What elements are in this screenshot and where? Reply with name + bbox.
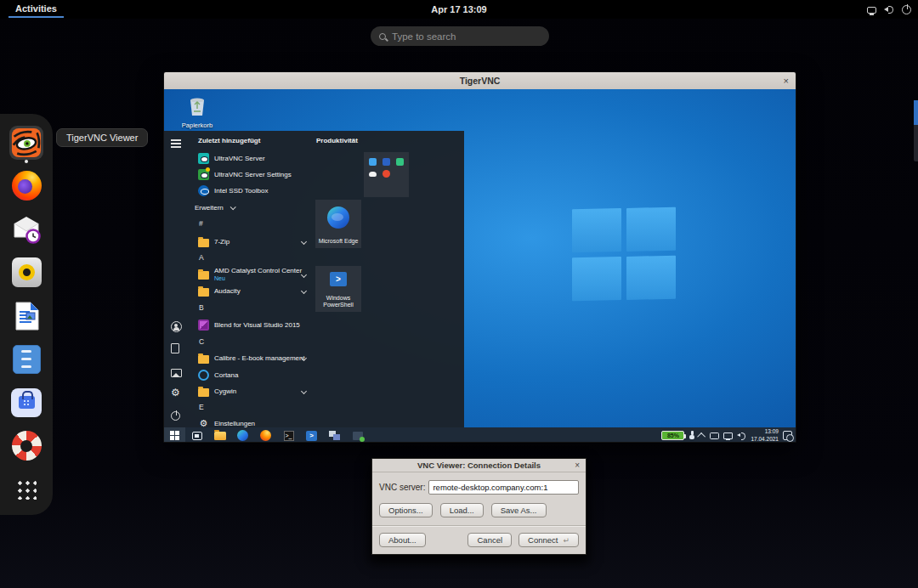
about-button[interactable]: About...	[379, 533, 426, 547]
start-menu-item-cygwin[interactable]: Cygwin	[190, 384, 314, 399]
gnome-top-bar: Activities Apr 17 13:09	[0, 0, 918, 19]
vnc-server-taskbar-button[interactable]	[346, 427, 369, 443]
dock-item-tigervnc[interactable]	[8, 121, 45, 164]
firefox-taskbar-button[interactable]	[254, 427, 277, 443]
chevron-down-icon	[230, 204, 235, 210]
dock-item-music[interactable]	[8, 251, 45, 294]
taskbar-date: 17.04.2021	[751, 436, 779, 443]
item-label: Einstellungen	[214, 420, 255, 427]
taskbar-clock[interactable]: 13:09 17.04.2021	[751, 428, 779, 443]
network-tray-icon[interactable]	[723, 433, 733, 439]
battery-indicator[interactable]: 85%	[661, 431, 684, 440]
item-label: UltraVNC Server	[214, 155, 265, 162]
firefox-icon	[260, 430, 271, 441]
adjacent-workspace-preview[interactable]	[914, 100, 918, 161]
tile-office-folder[interactable]	[364, 152, 409, 197]
command-prompt-icon: >_	[284, 431, 294, 441]
options-button[interactable]: Options...	[379, 503, 433, 517]
pictures-icon[interactable]	[171, 369, 182, 377]
chevron-down-icon[interactable]	[301, 388, 307, 394]
word-icon	[369, 158, 377, 166]
start-menu-item-calibre[interactable]: Calibre - E-book management	[190, 351, 314, 365]
connect-button[interactable]: Connect↵	[518, 533, 579, 547]
dialog-separator	[372, 525, 586, 527]
start-menu-item-cortana[interactable]: Cortana	[190, 368, 314, 382]
dialog-titlebar[interactable]: VNC Viewer: Connection Details ×	[372, 459, 586, 472]
volume-icon[interactable]	[884, 4, 894, 14]
start-menu-item-ultravnc-settings[interactable]: UltraVNC Server Settings	[190, 167, 314, 182]
hidden-icons-chevron[interactable]	[698, 433, 706, 441]
network-icon[interactable]	[867, 7, 876, 14]
edge-taskbar-button[interactable]	[231, 427, 254, 443]
start-menu-item-settings[interactable]: ⚙ Einstellungen	[190, 416, 314, 427]
vnc-server-input[interactable]	[428, 480, 579, 495]
command-prompt-button[interactable]: >_	[277, 427, 300, 443]
recycle-bin[interactable]: Papierkorb	[178, 94, 217, 129]
settings-gear-icon: ⚙	[198, 418, 209, 427]
taskbar-time: 13:09	[751, 428, 779, 435]
tile-microsoft-edge[interactable]: Microsoft Edge	[315, 200, 361, 248]
dock-item-mail[interactable]	[8, 207, 45, 251]
letter-header-e[interactable]: E	[199, 403, 204, 411]
show-applications-button[interactable]	[8, 467, 45, 511]
connect-label: Connect	[528, 535, 558, 545]
letter-header-b[interactable]: B	[199, 303, 204, 312]
power-plug-icon[interactable]	[688, 431, 695, 440]
documents-icon[interactable]	[171, 343, 179, 353]
dock-item-firefox[interactable]	[8, 164, 45, 207]
start-menu-item-intel-ssd[interactable]: Intel SSD Toolbox	[190, 184, 314, 198]
system-status-area[interactable]	[867, 0, 911, 19]
task-view-button[interactable]	[185, 427, 208, 443]
start-menu-item-7zip[interactable]: 7-Zip	[190, 235, 314, 249]
item-label: Blend for Visual Studio 2015	[214, 321, 300, 329]
item-label: Intel SSD Toolbox	[214, 187, 268, 195]
powershell-taskbar-button[interactable]: >	[300, 427, 323, 443]
tigervnc-window[interactable]: TigerVNC × Papierkorb ⚙	[163, 71, 796, 443]
windows-desktop[interactable]: Papierkorb ⚙ Zuletzt hinzugefügt Ultra	[164, 89, 796, 443]
volume-tray-icon[interactable]	[737, 432, 746, 440]
letter-header-a[interactable]: A	[199, 253, 204, 262]
outlook-icon	[382, 158, 390, 166]
software-store-icon	[9, 386, 43, 420]
start-menu-item-amd[interactable]: AMD Catalyst Control Center Neu	[190, 264, 314, 285]
power-button-icon[interactable]	[171, 411, 180, 421]
dock-item-files[interactable]	[8, 337, 45, 381]
hamburger-menu-icon[interactable]	[171, 138, 182, 149]
dock-item-software[interactable]	[8, 381, 45, 424]
mail-client-icon	[9, 212, 43, 246]
expand-button[interactable]: Erweitern	[190, 201, 314, 215]
letter-header-hash[interactable]: #	[199, 219, 203, 228]
clock-label[interactable]: Apr 17 13:09	[0, 4, 918, 14]
gnome-activities-overview: Activities Apr 17 13:09 Type to search	[0, 0, 918, 588]
window-titlebar[interactable]: TigerVNC ×	[164, 72, 796, 89]
start-menu-item-blend[interactable]: Blend for Visual Studio 2015	[190, 318, 314, 332]
item-label: Cortana	[214, 371, 238, 379]
dock-item-writer[interactable]	[8, 294, 45, 337]
chevron-down-icon[interactable]	[301, 239, 307, 245]
settings-gear-icon[interactable]: ⚙	[171, 387, 182, 399]
user-account-icon[interactable]	[171, 321, 182, 332]
task-view-icon	[192, 432, 202, 440]
window-close-button[interactable]: ×	[784, 72, 789, 89]
power-icon[interactable]	[902, 5, 911, 14]
dock-item-help[interactable]	[8, 424, 45, 467]
start-menu-item-ultravnc-server[interactable]: UltraVNC Server	[190, 151, 314, 166]
action-center-icon[interactable]	[783, 431, 792, 440]
start-button[interactable]	[164, 427, 185, 443]
dialog-close-button[interactable]: ×	[575, 461, 580, 470]
keyboard-tray-icon[interactable]	[710, 433, 719, 439]
firefox-icon	[9, 169, 43, 203]
tile-windows-powershell[interactable]: > Windows PowerShell	[315, 266, 361, 312]
cancel-button[interactable]: Cancel	[468, 533, 512, 547]
save-as-button[interactable]: Save As...	[491, 503, 547, 517]
search-input[interactable]: Type to search	[371, 26, 549, 46]
letter-header-c[interactable]: C	[199, 337, 204, 346]
load-button[interactable]: Load...	[440, 503, 484, 517]
file-explorer-button[interactable]	[208, 427, 231, 443]
start-menu: ⚙ Zuletzt hinzugefügt UltraVNC Server Ul…	[164, 131, 464, 427]
vnc-viewer-taskbar-button[interactable]	[323, 427, 346, 443]
chevron-down-icon[interactable]	[301, 271, 307, 277]
new-badge: Neu	[214, 275, 302, 282]
chevron-down-icon[interactable]	[301, 288, 307, 294]
start-menu-item-audacity[interactable]: Audacity	[190, 284, 314, 298]
